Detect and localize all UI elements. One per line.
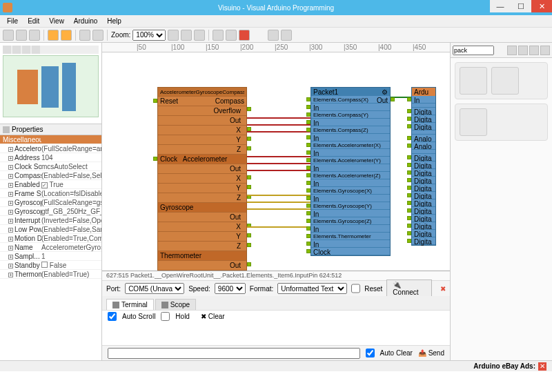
snap-button[interactable] [61, 30, 72, 41]
property-row[interactable]: +Compass(Enabled=False,SelfTest... [0, 171, 101, 180]
zoomfit-icon[interactable] [194, 30, 205, 41]
titlebar: Visuino - Visual Arduino Programming — ☐… [0, 0, 552, 15]
new-button[interactable] [3, 30, 14, 41]
palette-search[interactable] [453, 46, 494, 55]
property-row[interactable]: +Address104 [0, 153, 101, 162]
property-row[interactable]: +Clock SourcemcsAutoSelect [0, 162, 101, 171]
reset-label: Reset [364, 285, 382, 293]
property-row[interactable]: +Gyroscope(FullScaleRange=gs250d... [0, 198, 101, 207]
component-accelerometer-gyroscope-compass[interactable]: AccelerometerGyroscopeCompass1 ResetComp… [157, 87, 247, 271]
palette-btn-4[interactable] [540, 46, 550, 55]
property-row[interactable]: +Standby False [0, 261, 101, 270]
app-icon [3, 3, 12, 12]
upload-icon[interactable] [268, 30, 279, 41]
toolbar: Zoom: 100% [0, 28, 552, 43]
ads-label: Arduino eBay Ads: [473, 362, 535, 370]
autoscroll-label: Auto Scroll [122, 313, 155, 320]
ruler-horizontal: |50|100|150 |200|250|300 |350|400|450 [102, 43, 450, 52]
property-row[interactable]: +Acceleromet(FullScaleRange=ar2g,X... [0, 144, 101, 153]
format-label: Format: [250, 285, 273, 293]
zoom-label: Zoom: [111, 31, 130, 39]
menu-edit[interactable]: Edit [23, 16, 43, 26]
menu-view[interactable]: View [45, 16, 68, 26]
palette-group-2 [455, 104, 548, 141]
close-panel-icon[interactable]: ✖ [440, 285, 446, 293]
palette-group-1 [455, 62, 548, 99]
property-row[interactable]: +Interrupt(Inverted=False,OpenDra... [0, 216, 101, 225]
bottom-panel: 627:515 Packet1.__OpenWireRootUnit__.Pac… [102, 271, 450, 360]
zoom-select[interactable]: 100% [132, 30, 166, 41]
hold-label: Hold [175, 313, 190, 320]
grid-button[interactable] [48, 30, 59, 41]
property-row[interactable]: +Enabled✓ True [0, 180, 101, 189]
open-button[interactable] [16, 30, 27, 41]
maximize-button[interactable]: ☐ [511, 0, 531, 12]
menu-arduino[interactable]: Arduino [70, 16, 101, 26]
close-button[interactable]: ✕ [531, 0, 552, 12]
ads-close-icon[interactable]: ✕ [538, 362, 546, 371]
properties-tree[interactable]: Miscellaneous +Acceleromet(FullScaleRang… [0, 135, 101, 360]
format-select[interactable]: Unformatted Text [277, 283, 347, 294]
scope-icon [161, 302, 168, 308]
tool-a[interactable] [213, 30, 224, 41]
terminal-icon [112, 302, 119, 308]
connect-button[interactable]: 🔌 Connect [386, 280, 432, 297]
palette-btn-2[interactable] [518, 46, 528, 55]
property-row[interactable]: +Thermometer(Enabled=True) [0, 270, 101, 279]
palette-btn-3[interactable] [529, 46, 539, 55]
speed-label: Speed: [188, 285, 210, 293]
undo-button[interactable] [79, 30, 90, 41]
save-button[interactable] [29, 30, 40, 41]
zoomout-icon[interactable] [181, 30, 192, 41]
zoomin-icon[interactable] [168, 30, 179, 41]
reset-checkbox[interactable] [351, 283, 360, 294]
menu-help[interactable]: Help [103, 16, 126, 26]
overview-panel[interactable] [0, 43, 101, 124]
clear-button[interactable]: ✖ Clear [201, 313, 225, 320]
delete-icon[interactable] [239, 30, 250, 41]
palette-item[interactable] [460, 67, 487, 95]
property-row[interactable]: +Sampl...1 [0, 252, 101, 261]
autoclear-label: Auto Clear [380, 349, 413, 357]
overview-thumbnail [3, 55, 99, 117]
tool-b[interactable] [226, 30, 237, 41]
component-arduino[interactable]: Ardu In Digita Digita Digita Analo Analo… [411, 87, 436, 246]
terminal-output [102, 322, 450, 345]
palette-item[interactable] [460, 108, 487, 136]
footer: Arduino eBay Ads: ✕ [0, 360, 552, 371]
property-row[interactable]: +NameAccelerometerGyroscop... [0, 243, 101, 252]
port-label: Port: [106, 285, 121, 293]
serial-icon[interactable] [281, 30, 292, 41]
palette-btn-1[interactable] [507, 46, 517, 55]
property-row[interactable]: +Gyroscope T...gtf_GB_250Hz_GF_8KH... [0, 207, 101, 216]
menubar: File Edit View Arduino Help [0, 15, 552, 28]
component-palette [450, 43, 552, 360]
tab-terminal[interactable]: Terminal [106, 299, 154, 310]
hold-checkbox[interactable] [161, 312, 170, 321]
property-row[interactable]: +Motion Detect(Enabled=True,Compare... [0, 234, 101, 243]
design-canvas[interactable]: AccelerometerGyroscopeCompass1 ResetComp… [102, 52, 450, 271]
redo-button[interactable] [92, 30, 103, 41]
component-title: AccelerometerGyroscopeCompass1 [160, 89, 244, 95]
port-select[interactable]: COM5 (Unava [125, 283, 184, 294]
tab-scope[interactable]: Scope [155, 299, 196, 310]
send-button[interactable]: 📤 Send [418, 349, 444, 357]
autoclear-checkbox[interactable] [366, 349, 375, 357]
property-row[interactable]: +Frame Sync...(Location=fslDisabled,En..… [0, 189, 101, 198]
properties-header: Properties [0, 124, 101, 135]
packet-title: Packet1 [313, 88, 338, 95]
component-packet[interactable]: Packet1⚙ Elements.Compass(X)Out In Eleme… [310, 87, 391, 256]
minimize-button[interactable]: — [490, 0, 511, 12]
send-input[interactable] [108, 348, 360, 359]
speed-select[interactable]: 9600 [215, 283, 246, 294]
window-title: Visuino - Visual Arduino Programming [218, 4, 334, 12]
properties-icon [3, 126, 10, 133]
menu-file[interactable]: File [3, 16, 22, 26]
property-row[interactable]: +Low Power...(Enabled=False,SampleFr... [0, 225, 101, 234]
autoscroll-checkbox[interactable] [108, 312, 117, 321]
palette-item[interactable] [491, 67, 519, 95]
